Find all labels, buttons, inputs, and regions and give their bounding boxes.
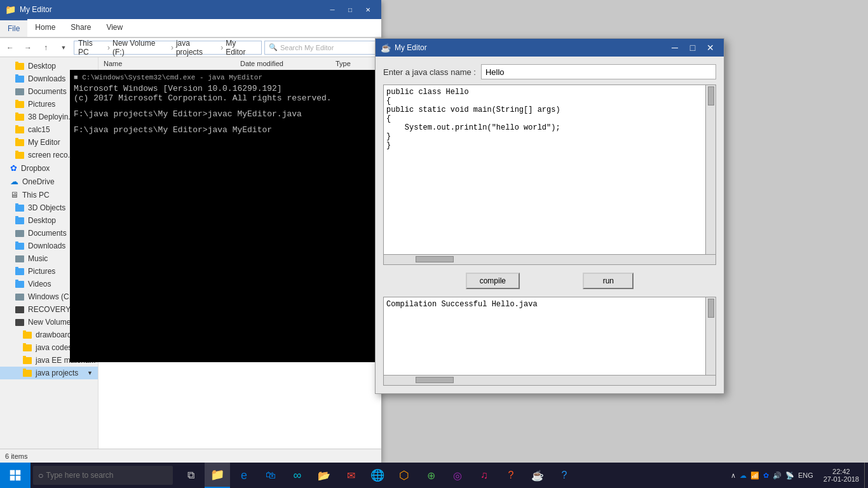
- explorer-title-area: 📁 My Editor: [5, 4, 324, 15]
- store-taskbar-button[interactable]: 🛍: [258, 463, 283, 488]
- ribbon: File Home Share View: [0, 19, 381, 38]
- app9-taskbar-button[interactable]: ◎: [445, 463, 470, 488]
- app11-taskbar-button[interactable]: ?: [498, 463, 524, 488]
- class-name-input[interactable]: [481, 64, 716, 79]
- address-path[interactable]: This PC › New Volume (F:) › java project…: [74, 41, 262, 55]
- documents-icon: [15, 88, 24, 95]
- explorer-maximize-button[interactable]: □: [342, 3, 358, 16]
- code-vscrollbar-thumb: [708, 86, 714, 105]
- sidebar-label-38deployin: 38 Deployin...: [28, 112, 74, 121]
- output-vertical-scrollbar[interactable]: [705, 297, 715, 385]
- language-indicator[interactable]: ENG: [798, 471, 813, 479]
- search-box[interactable]: 🔍 Search My Editor: [264, 41, 379, 55]
- screenreco-folder-icon: [15, 152, 24, 159]
- col-type[interactable]: Type: [330, 58, 381, 69]
- path-my-editor[interactable]: My Editor: [226, 39, 257, 57]
- cmd-title: ■ C:\Windows\System32\cmd.exe - java MyE…: [74, 74, 384, 81]
- taskbar-search-input[interactable]: [46, 471, 154, 480]
- tray-dropbox-icon: ✿: [763, 471, 769, 480]
- files-taskbar-button[interactable]: 📂: [311, 463, 337, 488]
- ribbon-tab-file[interactable]: File: [0, 19, 27, 37]
- edge-taskbar-button[interactable]: e: [231, 463, 257, 488]
- taskbar-clock[interactable]: 22:42 27-01-2018: [818, 468, 864, 483]
- help-taskbar-button[interactable]: ?: [552, 463, 577, 488]
- explorer-minimize-button[interactable]: ─: [324, 3, 341, 16]
- sidebar-item-java-projects[interactable]: java projects ▼: [0, 367, 98, 379]
- app10-taskbar-button[interactable]: ♫: [471, 463, 497, 488]
- windows-logo-icon: [10, 470, 21, 481]
- java-projects-icon: [23, 370, 32, 377]
- taskbar-search[interactable]: ○: [33, 466, 173, 485]
- sidebar-label-onedrive: OneDrive: [22, 177, 55, 186]
- back-button[interactable]: ←: [3, 40, 18, 55]
- svg-rect-1: [16, 470, 21, 475]
- path-drive[interactable]: New Volume (F:): [112, 39, 168, 57]
- dialog-maximize-button[interactable]: □: [684, 41, 701, 54]
- cmd-window: ■ C:\Windows\System32\cmd.exe - java MyE…: [70, 70, 388, 362]
- svg-rect-0: [10, 470, 15, 475]
- recent-locations-button[interactable]: ▼: [56, 40, 71, 55]
- class-name-label: Enter a java class name :: [383, 67, 476, 77]
- explorer-window-title: My Editor: [20, 5, 52, 14]
- show-desktop-button[interactable]: [864, 463, 868, 488]
- dialog-title-area: ☕ My Editor: [381, 43, 667, 53]
- svg-rect-2: [10, 476, 15, 481]
- dialog-controls: ─ □ ✕: [667, 41, 719, 54]
- my-editor-dialog: ☕ My Editor ─ □ ✕ Enter a java class nam…: [375, 38, 724, 394]
- sidebar-label-music: Music: [28, 254, 48, 263]
- run-button[interactable]: run: [583, 273, 634, 289]
- output-area-wrapper: Compilation Successful Hello.java: [383, 297, 716, 386]
- chrome-taskbar-button[interactable]: 🌐: [365, 463, 390, 488]
- output-horizontal-scrollbar[interactable]: [384, 375, 715, 385]
- status-bar: 6 items: [0, 449, 381, 463]
- sidebar-label-3dobjects: 3D Objects: [28, 203, 65, 212]
- app7-taskbar-button[interactable]: ⬡: [391, 463, 417, 488]
- infinity-taskbar-button[interactable]: ∞: [285, 463, 310, 488]
- tray-sound-icon[interactable]: 🔊: [773, 471, 782, 480]
- ribbon-tab-view[interactable]: View: [98, 19, 130, 37]
- java-ee-icon: [23, 357, 32, 364]
- mail-taskbar-button[interactable]: ✉: [338, 463, 363, 488]
- cmd-line-2: (c) 2017 Microsoft Corporation. All righ…: [74, 93, 384, 103]
- path-java-projects[interactable]: java projects: [176, 39, 218, 57]
- path-this-pc[interactable]: This PC: [78, 39, 105, 57]
- music-icon: [15, 255, 24, 262]
- col-date[interactable]: Date modified: [235, 58, 330, 69]
- cortana-icon: ○: [38, 470, 43, 480]
- sidebar-label-desktop: Desktop: [28, 62, 56, 71]
- explorer-close-button[interactable]: ✕: [360, 3, 376, 16]
- col-name[interactable]: Name: [98, 58, 235, 69]
- compile-button[interactable]: compile: [466, 273, 520, 289]
- cmd-line-6: F:\java projects\My Editor>java MyEditor: [74, 125, 384, 135]
- code-vertical-scrollbar[interactable]: [705, 85, 715, 264]
- svg-rect-3: [16, 476, 21, 481]
- sidebar-label-videos: Videos: [28, 280, 51, 288]
- ribbon-tab-home[interactable]: Home: [27, 19, 63, 37]
- code-horizontal-scrollbar[interactable]: [384, 254, 715, 264]
- task-view-button[interactable]: ⧉: [178, 463, 203, 488]
- calc15-folder-icon: [15, 126, 24, 133]
- dialog-minimize-button[interactable]: ─: [667, 41, 683, 54]
- code-editor[interactable]: public class Hello { public static void …: [384, 85, 705, 254]
- sidebar-label-downloads2: Downloads: [28, 241, 65, 250]
- new-volume-drive-icon: [15, 319, 24, 326]
- up-button[interactable]: ↑: [38, 40, 53, 55]
- app12-taskbar-button[interactable]: ☕: [525, 463, 550, 488]
- output-editor[interactable]: Compilation Successful Hello.java: [384, 297, 705, 375]
- explorer-taskbar-button[interactable]: 📁: [205, 463, 230, 488]
- explorer-window-controls: ─ □ ✕: [324, 3, 376, 16]
- item-count: 6 items: [5, 452, 27, 460]
- start-button[interactable]: [0, 463, 31, 488]
- cmd-icon: ■: [74, 74, 78, 81]
- tray-onedrive-icon: ☁: [740, 471, 747, 480]
- forward-button[interactable]: →: [20, 40, 36, 55]
- app8-taskbar-button[interactable]: ⊕: [418, 463, 444, 488]
- sidebar-label-screenreco: screen reco...: [28, 151, 74, 159]
- ribbon-tab-share[interactable]: Share: [63, 19, 98, 37]
- videos-icon: [15, 281, 24, 288]
- 38deployin-folder-icon: [15, 114, 24, 121]
- output-vscrollbar-thumb: [708, 299, 714, 318]
- dialog-close-button[interactable]: ✕: [702, 41, 719, 54]
- tray-expand[interactable]: ∧: [731, 471, 736, 480]
- dialog-body: Enter a java class name : public class H…: [376, 57, 724, 393]
